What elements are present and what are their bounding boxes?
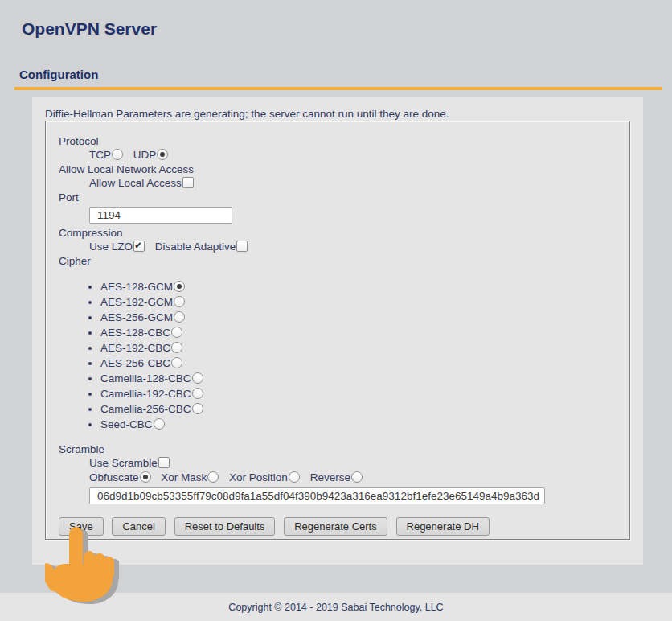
obfuscate-option[interactable]: Obfuscate	[89, 471, 151, 483]
page-title: OpenVPN Server	[0, 0, 672, 39]
use-scramble-row: Use Scramble	[89, 456, 617, 471]
protocol-udp-option[interactable]: UDP	[133, 149, 169, 161]
reverse-label: Reverse	[310, 471, 350, 483]
xor-mask-label: Xor Mask	[161, 471, 207, 483]
use-lzo-label: Use LZO	[89, 241, 133, 253]
cipher-camellia-128-cbc-radio[interactable]	[192, 372, 203, 384]
cipher-option-aes-256-gcm[interactable]: AES-256-GCM	[100, 310, 617, 325]
dh-generating-notice: Diffie-Hellman Parameters are generating…	[45, 107, 630, 121]
cipher-aes-128-cbc-radio[interactable]	[171, 327, 182, 338]
pointing-hand-cursor-icon	[45, 527, 119, 604]
scramble-key-input[interactable]	[89, 487, 545, 504]
section-title: Configuration	[0, 39, 672, 81]
cipher-aes-256-cbc-radio[interactable]	[171, 357, 182, 368]
cipher-camellia-256-cbc-radio[interactable]	[192, 403, 203, 414]
cipher-aes-256-gcm-radio[interactable]	[174, 311, 185, 323]
protocol-tcp-label: TCP	[89, 149, 111, 161]
allow-local-access-row: Allow Local Access	[89, 176, 617, 191]
cipher-option-camellia-256-cbc[interactable]: Camellia-256-CBC	[100, 401, 617, 417]
cipher-option-camellia-128-cbc[interactable]: Camellia-128-CBC	[100, 371, 617, 386]
xor-mask-radio[interactable]	[207, 471, 219, 483]
allow-local-network-access-label: Allow Local Network Access	[59, 162, 617, 176]
reverse-option[interactable]: Reverse	[310, 471, 363, 483]
cipher-option-aes-128-gcm[interactable]: AES-128-GCM	[100, 279, 617, 294]
disable-adaptive-checkbox[interactable]	[236, 241, 248, 252]
use-lzo-checkbox[interactable]	[133, 241, 145, 252]
scramble-mode-options: Obfuscate Xor Mask Xor Position Reverse	[89, 471, 617, 485]
obfuscate-radio[interactable]	[140, 471, 151, 483]
allow-local-access-label: Allow Local Access	[89, 177, 182, 189]
cipher-option-camellia-192-cbc[interactable]: Camellia-192-CBC	[100, 386, 617, 401]
protocol-tcp-option[interactable]: TCP	[89, 149, 123, 161]
allow-local-access-checkbox[interactable]	[182, 177, 194, 188]
copyright-text: Copyright © 2014 - 2019 Sabai Technology…	[228, 602, 443, 613]
protocol-tcp-radio[interactable]	[112, 149, 123, 160]
regenerate-dh-button[interactable]: Regenerate DH	[396, 517, 490, 536]
port-label: Port	[59, 191, 617, 204]
xor-mask-option[interactable]: Xor Mask	[161, 471, 219, 483]
port-input[interactable]	[89, 207, 232, 224]
use-scramble-option[interactable]: Use Scramble	[89, 457, 170, 469]
xor-position-option[interactable]: Xor Position	[229, 471, 300, 483]
use-lzo-option[interactable]: Use LZO	[89, 241, 145, 253]
cipher-option-aes-256-cbc[interactable]: AES-256-CBC	[100, 356, 617, 371]
cipher-seed-cbc-radio[interactable]	[154, 418, 165, 430]
protocol-label: Protocol	[59, 134, 617, 148]
protocol-udp-radio[interactable]	[157, 149, 168, 160]
configuration-panel: Diffie-Hellman Parameters are generating…	[32, 97, 643, 565]
cipher-list: AES-128-GCM AES-192-GCM AES-256-GCM AES-…	[59, 279, 617, 432]
cipher-option-aes-192-gcm[interactable]: AES-192-GCM	[100, 294, 617, 310]
openvpn-config-fieldset: Protocol TCP UDP Allow Local Network Acc…	[45, 121, 630, 540]
compression-label: Compression	[59, 226, 617, 240]
scramble-label: Scramble	[59, 442, 617, 456]
cancel-button[interactable]: Cancel	[112, 517, 165, 536]
xor-position-radio[interactable]	[289, 471, 300, 483]
cipher-aes-128-gcm-radio[interactable]	[174, 281, 185, 292]
allow-local-access-option[interactable]: Allow Local Access	[89, 177, 194, 189]
cipher-camellia-192-cbc-radio[interactable]	[192, 388, 203, 399]
obfuscate-label: Obfuscate	[89, 471, 139, 483]
button-row: Save Cancel Reset to Defaults Regenerate…	[59, 517, 617, 536]
disable-adaptive-label: Disable Adaptive	[155, 241, 236, 253]
compression-options: Use LZO Disable Adaptive	[89, 240, 617, 254]
reset-to-defaults-button[interactable]: Reset to Defaults	[174, 517, 276, 536]
cipher-aes-192-gcm-radio[interactable]	[174, 296, 185, 307]
cipher-option-aes-128-cbc[interactable]: AES-128-CBC	[100, 325, 617, 340]
regenerate-certs-button[interactable]: Regenerate Certs	[284, 517, 387, 536]
cipher-label: Cipher	[59, 254, 617, 268]
use-scramble-label: Use Scramble	[89, 457, 158, 469]
disable-adaptive-option[interactable]: Disable Adaptive	[155, 241, 248, 253]
protocol-options: TCP UDP	[89, 148, 617, 162]
reverse-radio[interactable]	[351, 471, 363, 483]
use-scramble-checkbox[interactable]	[158, 457, 170, 468]
cipher-option-seed-cbc[interactable]: Seed-CBC	[100, 417, 617, 432]
xor-position-label: Xor Position	[229, 471, 288, 483]
cipher-option-aes-192-cbc[interactable]: AES-192-CBC	[100, 340, 617, 356]
orange-divider	[14, 87, 662, 90]
protocol-udp-label: UDP	[133, 149, 157, 161]
cipher-aes-192-cbc-radio[interactable]	[171, 342, 182, 353]
